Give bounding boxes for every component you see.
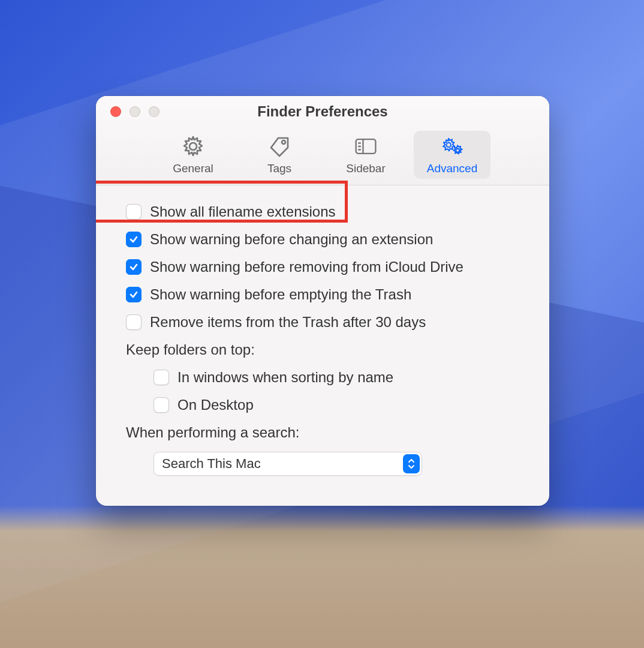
keep-on-top-label: Keep folders on top:	[126, 341, 519, 358]
checkbox[interactable]	[154, 397, 169, 413]
tab-label: Sidebar	[346, 162, 386, 175]
tab-label: Advanced	[427, 162, 478, 175]
search-scope-select[interactable]: Search This Mac	[154, 452, 422, 476]
svg-point-7	[446, 143, 451, 148]
option-label: Remove items from the Trash after 30 day…	[150, 314, 426, 331]
option-label: Show all filename extensions	[150, 203, 336, 220]
advanced-pane: Show all filename extensions Show warnin…	[96, 185, 549, 506]
titlebar: Finder Preferences General	[96, 96, 549, 185]
option-label: In windows when sorting by name	[177, 369, 393, 386]
tab-advanced[interactable]: Advanced	[414, 131, 490, 179]
search-label: When performing a search:	[126, 424, 519, 441]
sidebar-icon	[354, 134, 378, 158]
checkbox[interactable]	[154, 370, 169, 385]
checkbox[interactable]	[126, 204, 142, 220]
window-title: Finder Preferences	[96, 103, 549, 120]
option-show-extensions[interactable]: Show all filename extensions	[126, 203, 519, 220]
select-stepper-icon	[403, 454, 420, 473]
tag-icon	[267, 134, 291, 158]
close-window-button[interactable]	[110, 106, 121, 117]
gear-icon	[181, 134, 205, 158]
zoom-window-button[interactable]	[149, 106, 160, 117]
checkbox[interactable]	[126, 287, 142, 302]
option-label: On Desktop	[177, 397, 254, 413]
tab-label: Tags	[267, 162, 291, 175]
option-warn-empty-trash[interactable]: Show warning before emptying the Trash	[126, 286, 519, 303]
option-warn-remove-icloud[interactable]: Show warning before removing from iCloud…	[126, 259, 519, 275]
minimize-window-button[interactable]	[130, 106, 140, 117]
svg-point-1	[282, 140, 285, 144]
select-value: Search This Mac	[162, 456, 261, 472]
option-label: Show warning before removing from iCloud…	[150, 259, 464, 275]
tab-tags[interactable]: Tags	[241, 131, 318, 179]
tab-label: General	[173, 162, 213, 175]
svg-point-0	[189, 143, 197, 150]
checkbox[interactable]	[126, 259, 142, 275]
checkbox[interactable]	[126, 232, 142, 247]
tab-sidebar[interactable]: Sidebar	[327, 131, 404, 179]
traffic-lights	[96, 106, 160, 117]
option-remove-trash-30[interactable]: Remove items from the Trash after 30 day…	[126, 314, 519, 331]
tab-general[interactable]: General	[155, 131, 231, 179]
checkbox[interactable]	[126, 314, 142, 330]
gears-icon	[440, 134, 464, 158]
option-warn-change-ext[interactable]: Show warning before changing an extensio…	[126, 231, 519, 248]
preferences-tabs: General Tags	[96, 127, 549, 185]
option-keep-in-windows[interactable]: In windows when sorting by name	[126, 369, 519, 386]
option-label: Show warning before changing an extensio…	[150, 231, 433, 248]
option-keep-on-desktop[interactable]: On Desktop	[126, 397, 519, 413]
option-label: Show warning before emptying the Trash	[150, 286, 411, 303]
finder-preferences-window: Finder Preferences General	[96, 96, 549, 506]
